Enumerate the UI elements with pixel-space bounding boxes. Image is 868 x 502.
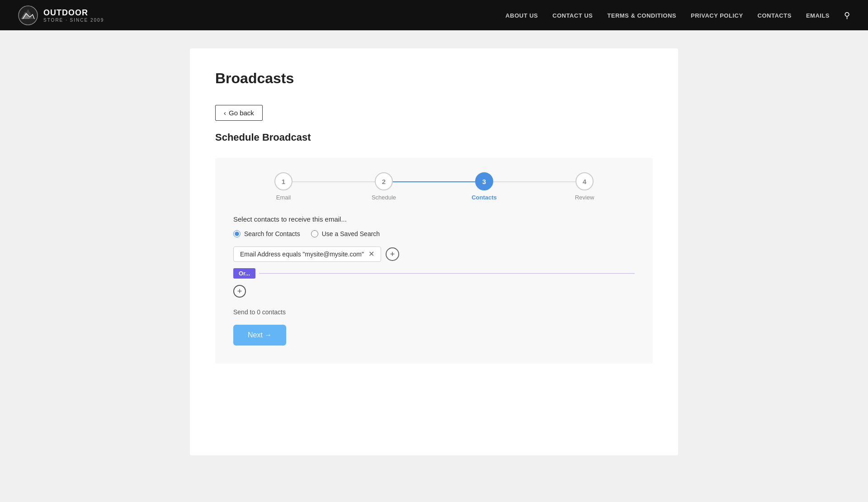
nav-terms[interactable]: TERMS & CONDITIONS xyxy=(607,12,676,19)
next-button[interactable]: Next → xyxy=(233,325,286,346)
filter-close-icon[interactable]: ✕ xyxy=(368,251,374,258)
logo-sub: STORE · SINCE 2009 xyxy=(43,18,104,23)
step-email: 1 Email xyxy=(233,172,334,201)
logo[interactable]: OUTDOOR STORE · SINCE 2009 xyxy=(18,5,104,25)
filter-row: Email Address equals "mysite@mysite.com"… xyxy=(233,246,635,262)
step-1-label: Email xyxy=(276,194,291,201)
main-card: Broadcasts ‹ Go back Schedule Broadcast … xyxy=(190,48,678,455)
radio-saved-input[interactable] xyxy=(311,230,318,237)
page-title: Broadcasts xyxy=(215,70,653,87)
step-2-circle: 2 xyxy=(375,172,393,190)
radio-search-contacts[interactable]: Search for Contacts xyxy=(233,230,300,237)
send-count-label: Send to 0 contacts xyxy=(233,308,635,316)
step-2-label: Schedule xyxy=(372,194,396,201)
next-label: Next → xyxy=(248,331,272,339)
nav-contacts[interactable]: CONTACTS xyxy=(758,12,792,19)
radio-saved-search[interactable]: Use a Saved Search xyxy=(311,230,380,237)
or-divider: Or... xyxy=(233,268,635,279)
page-body: Broadcasts ‹ Go back Schedule Broadcast … xyxy=(163,30,705,474)
step-1-circle: 1 xyxy=(274,172,292,190)
step-4-circle: 4 xyxy=(576,172,594,190)
radio-search-input[interactable] xyxy=(233,230,241,237)
steps-row: 1 Email 2 Schedule 3 xyxy=(233,172,635,201)
logo-text: OUTDOOR xyxy=(43,8,88,17)
logo-icon xyxy=(18,5,38,25)
step-review: 4 Review xyxy=(534,172,635,201)
add-or-condition-button[interactable]: + xyxy=(233,285,246,298)
step-3-circle: 3 xyxy=(475,172,493,190)
go-back-label: Go back xyxy=(229,109,254,117)
step-schedule: 2 Schedule xyxy=(334,172,434,201)
stepper-container: 1 Email 2 Schedule 3 xyxy=(215,158,653,364)
radio-group: Search for Contacts Use a Saved Search xyxy=(233,230,635,237)
filter-text: Email Address equals "mysite@mysite.com" xyxy=(240,251,364,258)
radio-search-label: Search for Contacts xyxy=(244,230,300,237)
step-contacts: 3 Contacts xyxy=(434,172,534,201)
contacts-section-label: Select contacts to receive this email... xyxy=(233,215,635,223)
radio-saved-label: Use a Saved Search xyxy=(322,230,380,237)
or-badge: Or... xyxy=(233,268,255,279)
chevron-left-icon: ‹ xyxy=(224,109,226,117)
search-icon[interactable]: ⚲ xyxy=(844,11,850,20)
nav-contact-us[interactable]: CONTACT US xyxy=(552,12,593,19)
filter-pill[interactable]: Email Address equals "mysite@mysite.com"… xyxy=(233,246,381,262)
step-3-label: Contacts xyxy=(472,194,497,201)
or-line xyxy=(259,273,635,274)
add-condition-inline-button[interactable]: + xyxy=(386,247,399,261)
navigation: OUTDOOR STORE · SINCE 2009 ABOUT US CONT… xyxy=(0,0,868,30)
nav-about-us[interactable]: ABOUT US xyxy=(505,12,538,19)
go-back-button[interactable]: ‹ Go back xyxy=(215,105,263,121)
schedule-broadcast-title: Schedule Broadcast xyxy=(215,132,653,143)
nav-emails[interactable]: EMAILS xyxy=(806,12,830,19)
nav-privacy[interactable]: PRIVACY POLICY xyxy=(691,12,743,19)
nav-links: ABOUT US CONTACT US TERMS & CONDITIONS P… xyxy=(505,10,850,20)
step-4-label: Review xyxy=(575,194,594,201)
